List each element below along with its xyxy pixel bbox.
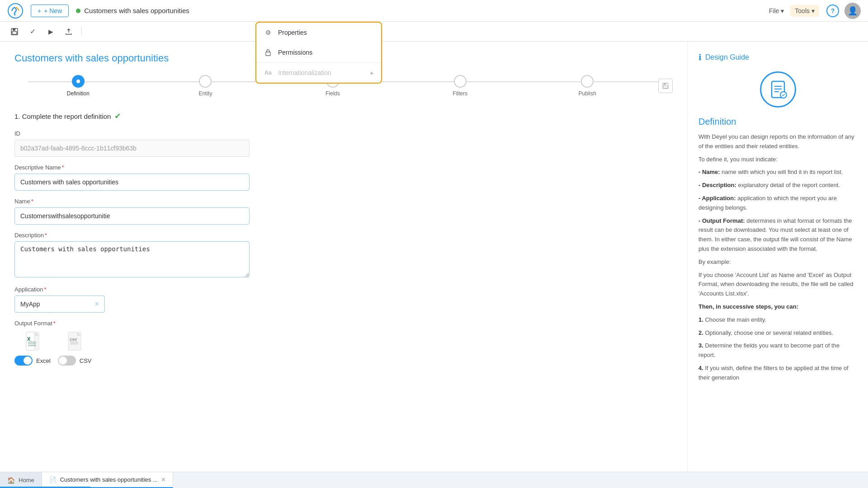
tab-home[interactable]: 🏠 Home xyxy=(0,472,42,488)
user-avatar[interactable]: 👤 xyxy=(844,3,861,19)
output-format-label: Output Format * xyxy=(14,320,250,327)
step-label-entity: Entity xyxy=(198,90,212,97)
step-publish[interactable]: Publish xyxy=(524,75,651,97)
csv-toggle-row: CSV xyxy=(58,356,92,366)
guide-icon-circle xyxy=(760,71,796,108)
guide-step1: 1. Choose the main entity. xyxy=(698,315,857,325)
top-navigation: + + New Customers with sales opportuniti… xyxy=(0,0,868,22)
permissions-label: Permissions xyxy=(278,49,312,56)
svg-rect-20 xyxy=(774,89,782,89)
svg-text:CSV: CSV xyxy=(70,338,77,342)
export-icon xyxy=(65,28,72,35)
status-dot xyxy=(76,9,80,13)
step-label-fields: Fields xyxy=(326,90,340,97)
step-circle-filters[interactable] xyxy=(454,75,467,88)
description-form-group: Description * Customers with sales oppor… xyxy=(14,232,250,279)
save-button[interactable] xyxy=(7,24,22,39)
internationalization-icon: Aa xyxy=(264,68,273,77)
tab-report[interactable]: 📄 Customers with sales opportunities ...… xyxy=(42,472,173,488)
excel-toggle-thumb xyxy=(24,357,32,365)
svg-rect-12 xyxy=(28,343,36,344)
check-icon: ✓ xyxy=(30,27,36,36)
svg-rect-16 xyxy=(70,342,78,343)
permissions-menu-item[interactable]: Permissions xyxy=(256,42,381,62)
required-mark-name: * xyxy=(31,198,33,205)
content-area: Customers with sales opportunities Defin… xyxy=(0,42,687,472)
application-clear-button[interactable]: × xyxy=(95,300,99,308)
properties-menu-item[interactable]: ⚙ Properties xyxy=(256,23,381,42)
step-filters[interactable]: Filters xyxy=(396,75,524,97)
required-mark: * xyxy=(62,164,64,171)
permissions-icon xyxy=(264,48,273,57)
internationalization-label: Internationalization xyxy=(278,69,331,76)
step-label-definition: Definition xyxy=(67,90,90,97)
new-button[interactable]: + + New xyxy=(31,5,69,17)
stepper-save-button[interactable] xyxy=(658,79,673,93)
id-form-group: ID xyxy=(14,130,250,157)
excel-icon: X xyxy=(24,330,42,352)
descriptive-name-label: Descriptive Name * xyxy=(14,164,250,171)
required-mark-app: * xyxy=(44,286,47,293)
main-area: Customers with sales opportunities Defin… xyxy=(0,42,868,472)
step-label-filters: Filters xyxy=(453,90,467,97)
file-menu-label: File xyxy=(769,7,779,14)
svg-rect-13 xyxy=(28,345,36,346)
descriptive-name-input[interactable] xyxy=(14,174,250,191)
nav-report-title: Customers with sales opportunities xyxy=(84,7,189,14)
csv-format-item: CSV CSV xyxy=(58,330,92,366)
check-button[interactable]: ✓ xyxy=(25,24,40,39)
run-button[interactable]: ▶ xyxy=(43,24,58,39)
properties-icon: ⚙ xyxy=(264,28,273,37)
application-value: MyApp xyxy=(20,300,95,308)
csv-toggle[interactable] xyxy=(58,356,76,366)
description-textarea[interactable]: Customers with sales opportunities xyxy=(14,241,250,277)
help-button[interactable]: ? xyxy=(826,5,839,17)
home-icon: 🏠 xyxy=(7,477,15,484)
name-input[interactable] xyxy=(14,207,250,225)
descriptive-name-form-group: Descriptive Name * xyxy=(14,164,250,191)
name-form-group: Name * xyxy=(14,198,250,225)
step-entity[interactable]: Entity xyxy=(142,75,269,97)
bottom-tabs: 🏠 Home 📄 Customers with sales opportunit… xyxy=(0,472,868,488)
step-circle-publish[interactable] xyxy=(581,75,594,88)
guide-indicate: To define it, you must indicate: xyxy=(698,155,857,164)
svg-text:X: X xyxy=(27,336,31,342)
nav-menu: File ▾ Tools ▾ xyxy=(764,5,819,17)
guide-description-desc: - Description: explanatory detail of the… xyxy=(698,181,857,190)
excel-toggle[interactable] xyxy=(14,356,33,366)
internationalization-menu-item[interactable]: Aa Internationalization ▸ xyxy=(256,63,381,83)
svg-rect-6 xyxy=(664,83,666,85)
tools-dropdown: ⚙ Properties Permissions Aa Internationa… xyxy=(255,22,382,84)
guide-application-desc: - Application: application to which the … xyxy=(698,194,857,213)
save-icon xyxy=(10,28,19,36)
run-icon: ▶ xyxy=(48,28,53,35)
svg-rect-19 xyxy=(774,86,782,87)
toolbar-divider xyxy=(81,27,82,36)
export-button[interactable] xyxy=(61,24,76,39)
required-mark-desc: * xyxy=(45,232,47,239)
tab-close-button[interactable]: × xyxy=(161,476,165,484)
id-input[interactable] xyxy=(14,140,250,157)
description-label: Description * xyxy=(14,232,250,239)
app-logo xyxy=(7,3,24,19)
tools-menu[interactable]: Tools ▾ xyxy=(790,5,819,17)
info-icon: ℹ xyxy=(698,52,702,62)
step-circle-definition[interactable] xyxy=(72,75,85,88)
guide-step3: 3. Determine the fields you want to beco… xyxy=(698,341,857,360)
guide-step2: 2. Optionally, choose one or several rel… xyxy=(698,328,857,338)
section-title: 1. Complete the report definition ✔ xyxy=(14,111,673,121)
name-label: Name * xyxy=(14,198,250,205)
step-circle-entity[interactable] xyxy=(199,75,212,88)
file-menu[interactable]: File ▾ xyxy=(764,5,789,17)
svg-rect-3 xyxy=(12,32,17,34)
application-label: Application * xyxy=(14,286,250,293)
step-definition[interactable]: Definition xyxy=(14,75,142,97)
home-tab-label: Home xyxy=(19,477,34,483)
output-format-group: Output Format * X xyxy=(14,320,250,366)
doc-icon: 📄 xyxy=(49,476,57,483)
svg-rect-11 xyxy=(28,342,36,343)
guide-then-title: Then, in successive steps, you can: xyxy=(698,302,857,312)
svg-point-0 xyxy=(8,4,23,18)
submenu-arrow-icon: ▸ xyxy=(371,69,374,76)
application-select[interactable]: MyApp × xyxy=(14,296,105,313)
